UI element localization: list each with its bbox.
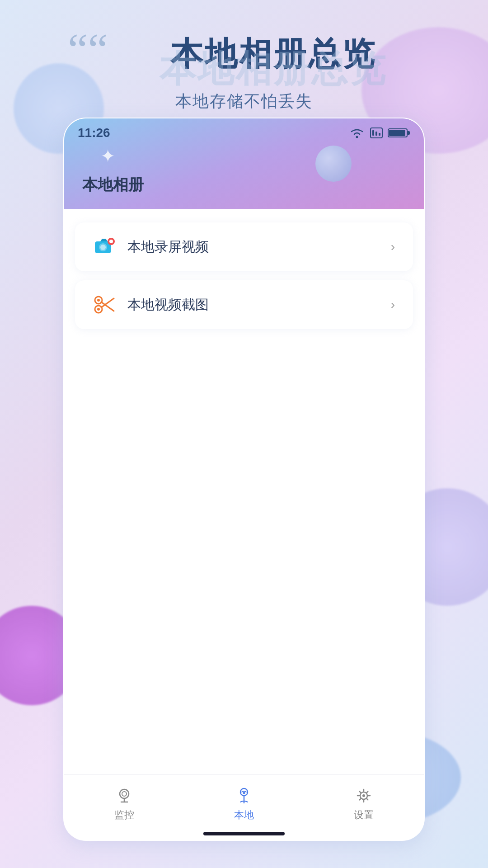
- status-time: 11:26: [78, 126, 110, 140]
- screen-record-icon: [93, 237, 117, 257]
- wifi-icon: [349, 127, 365, 139]
- status-icons: [349, 127, 410, 139]
- title-watermark: 本地相册总览: [77, 45, 470, 94]
- sim-icon: [370, 127, 383, 139]
- svg-rect-7: [389, 130, 405, 136]
- local-nav-label: 本地: [234, 808, 254, 822]
- svg-point-15: [97, 299, 100, 302]
- nav-item-settings[interactable]: 设置: [336, 782, 392, 826]
- screen-record-arrow: ›: [391, 240, 395, 254]
- scissors-icon: [93, 295, 117, 315]
- settings-nav-label: 设置: [354, 808, 374, 822]
- svg-point-24: [243, 792, 245, 794]
- svg-point-12: [109, 240, 113, 243]
- page-subtitle: 本地存储不怕丢失: [0, 90, 488, 113]
- video-screenshot-label: 本地视频截图: [127, 296, 209, 314]
- bottom-indicator: [203, 832, 285, 835]
- header-decoration-ball: [315, 146, 352, 182]
- bottom-navigation: 监控 本地: [64, 774, 424, 829]
- local-nav-icon: [234, 786, 254, 806]
- video-screenshot-arrow: ›: [391, 297, 395, 312]
- svg-point-10: [100, 245, 106, 250]
- main-title-area: 本地相册总览 本地相册总览: [77, 36, 470, 72]
- svg-rect-3: [375, 132, 377, 136]
- svg-point-16: [97, 308, 100, 311]
- phone-page-title: 本地相册: [82, 175, 144, 195]
- nav-item-local[interactable]: 本地: [216, 782, 272, 826]
- svg-point-26: [362, 794, 365, 797]
- svg-rect-4: [379, 133, 380, 136]
- svg-rect-2: [372, 130, 374, 136]
- monitor-nav-label: 监控: [114, 808, 134, 822]
- nav-item-monitor[interactable]: 监控: [96, 782, 152, 826]
- battery-icon: [388, 127, 410, 139]
- svg-rect-6: [407, 131, 410, 135]
- settings-nav-icon: [354, 786, 374, 806]
- status-bar: 11:26: [64, 118, 424, 140]
- screen-record-label: 本地录屏视频: [127, 238, 209, 256]
- svg-point-20: [122, 792, 127, 796]
- header-sparkle-icon: ✦: [100, 146, 116, 166]
- menu-item-video-screenshot[interactable]: 本地视频截图 ›: [75, 280, 413, 329]
- menu-item-screen-record[interactable]: 本地录屏视频 ›: [75, 222, 413, 271]
- phone-frame: 11:26: [63, 118, 425, 841]
- svg-point-19: [120, 789, 129, 798]
- phone-content: 本地录屏视频 › 本地视: [64, 209, 424, 774]
- svg-point-0: [356, 136, 358, 138]
- monitor-nav-icon: [114, 786, 134, 806]
- phone-header: 11:26: [64, 118, 424, 209]
